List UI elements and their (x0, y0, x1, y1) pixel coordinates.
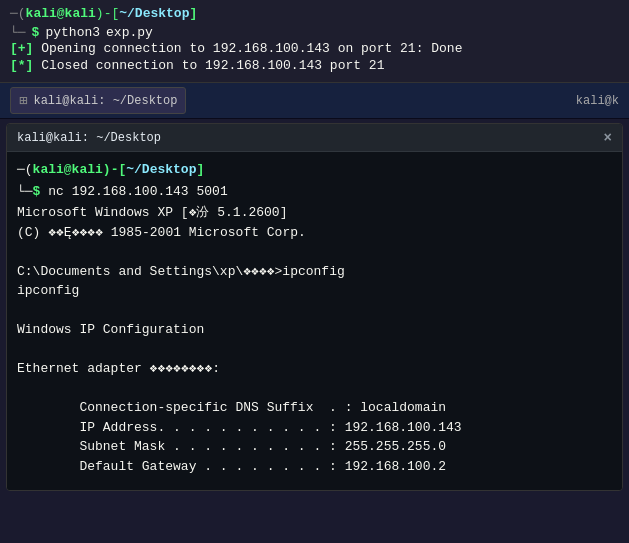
term-cmd-nc (40, 182, 48, 202)
terminal-titlebar: kali@kali: ~/Desktop × (7, 124, 622, 152)
term-nc-args-val: 192.168.100.143 5001 (72, 182, 228, 202)
terminal-window: kali@kali: ~/Desktop × ─(kali@kali)-[~/D… (6, 123, 623, 491)
top-cmd-arg: exp.py (106, 25, 153, 40)
terminal-body[interactable]: ─(kali@kali)-[~/Desktop] └─ $ nc 192.168… (7, 152, 622, 490)
term-nc-args (64, 182, 72, 202)
top-cmd: python3 (45, 25, 100, 40)
terminal-prompt-row: ─(kali@kali)-[~/Desktop] (17, 160, 612, 180)
close-button[interactable]: × (604, 130, 612, 146)
cmd-dash: └─ (10, 25, 26, 40)
top-path: ~/Desktop (119, 6, 189, 21)
asterisk-bracket: [*] (10, 58, 33, 73)
tab-label: kali@kali: ~/Desktop (33, 94, 177, 108)
taskbar-tab[interactable]: ⊞ kali@kali: ~/Desktop (10, 87, 186, 114)
top-user-host: kali@kali (26, 6, 96, 21)
terminal-title: kali@kali: ~/Desktop (17, 131, 161, 145)
taskbar: ⊞ kali@kali: ~/Desktop kali@k (0, 83, 629, 119)
output-text-2: Closed connection to 192.168.100.143 por… (33, 58, 384, 73)
tab-icon: ⊞ (19, 92, 27, 109)
term-nc-cmd: nc (48, 182, 64, 202)
term-path: ~/Desktop (126, 160, 196, 180)
term-dollar: $ (33, 182, 41, 202)
top-prompt-line: ─(kali@kali)-[~/Desktop] (10, 6, 619, 21)
terminal-output: Microsoft Windows XP [❖汾 5.1.2600] (C) ❖… (17, 203, 612, 476)
output-text-1: Opening connection to 192.168.100.143 on… (33, 41, 462, 56)
term-cmd-dash: └─ (17, 182, 33, 202)
term-bracket-close: ] (196, 160, 204, 180)
plus-bracket-1: [+] (10, 41, 33, 56)
top-separator: )-[ (96, 6, 119, 21)
output-line-2: [*] Closed connection to 192.168.100.143… (10, 57, 619, 74)
dash-prefix: ─( (10, 6, 26, 21)
top-dollar: $ (32, 25, 40, 40)
top-command-line: └─ $ python3 exp.py (10, 25, 619, 40)
top-bracket-close: ] (189, 6, 197, 21)
output-line-1: [+] Opening connection to 192.168.100.14… (10, 40, 619, 57)
taskbar-right-text: kali@k (576, 94, 619, 108)
term-user-host: kali@kali (33, 160, 103, 180)
terminal-cmd-row: └─ $ nc 192.168.100.143 5001 (17, 182, 612, 202)
term-dash-prefix: ─( (17, 160, 33, 180)
term-separator: )-[ (103, 160, 126, 180)
top-terminal: ─(kali@kali)-[~/Desktop] └─ $ python3 ex… (0, 0, 629, 83)
